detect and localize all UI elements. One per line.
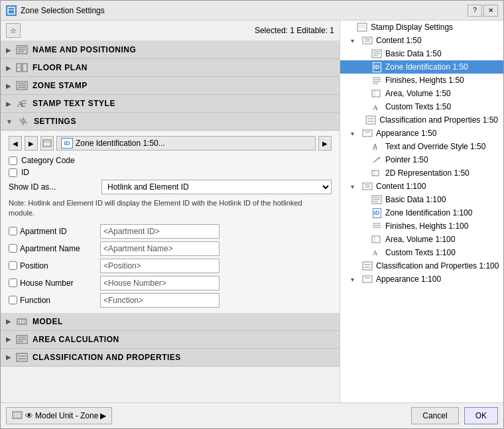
field-label-apt-name: Apartment Name bbox=[9, 244, 95, 253]
tree-area100-label: Area, Volume 1:100 bbox=[385, 235, 455, 244]
model-unit-button[interactable]: 👁 Model Unit - Zone ▶ bbox=[6, 407, 112, 424]
section-arrow-model bbox=[6, 318, 11, 325]
apt-name-label: Apartment Name bbox=[20, 244, 80, 253]
field-row-house-number: House Number bbox=[9, 276, 332, 290]
tree-finishes-icon bbox=[371, 75, 383, 86]
position-input[interactable] bbox=[100, 259, 220, 273]
show-id-label: Show ID as... bbox=[9, 182, 101, 192]
svg-rect-0 bbox=[8, 7, 15, 14]
section-icon-zone bbox=[15, 80, 29, 91]
tree-content-100[interactable]: ▾ Content 1:100 bbox=[340, 180, 503, 193]
category-code-label: Category Code bbox=[21, 156, 75, 165]
tree-content-100-icon bbox=[361, 181, 373, 192]
section-settings[interactable]: SETTINGS bbox=[1, 113, 340, 131]
tree-basic-100[interactable]: Basic Data 1:100 bbox=[340, 193, 503, 206]
section-floor-plan[interactable]: FLOOR PLAN bbox=[1, 59, 340, 77]
tree-finishes-150[interactable]: Finishes, Heights 1:50 bbox=[340, 74, 503, 87]
show-id-select[interactable]: Hotlink and Element ID Element ID Hotlin… bbox=[101, 180, 332, 194]
position-checkbox[interactable] bbox=[9, 261, 17, 270]
tree-root-label: Stamp Display Settings bbox=[371, 23, 453, 32]
tree-content: Stamp Display Settings ▾ Content 1:50 bbox=[340, 21, 503, 402]
stamp-expand-button[interactable]: ▶ bbox=[318, 136, 332, 151]
svg-rect-72 bbox=[372, 236, 380, 243]
window-icon bbox=[6, 5, 17, 16]
tree-content-150[interactable]: ▾ Content 1:50 bbox=[340, 34, 503, 47]
tree-basic-data-150[interactable]: Basic Data 1:50 bbox=[340, 47, 503, 60]
section-arrow-class bbox=[6, 353, 11, 361]
stamp-next-button[interactable]: ▶ bbox=[25, 136, 38, 151]
tree-area-icon bbox=[371, 88, 383, 99]
field-label-apt-id: Apartment ID bbox=[9, 227, 95, 236]
tree-appearance-100[interactable]: ▾ Appearance 1:100 bbox=[340, 273, 503, 286]
help-button[interactable]: ? bbox=[468, 5, 482, 17]
section-model[interactable]: MODEL bbox=[1, 313, 340, 331]
tree-2d-150[interactable]: 2D Representation 1:50 bbox=[340, 166, 503, 180]
tree-pointer-150[interactable]: Pointer 1:50 bbox=[340, 153, 503, 166]
tree-cust100-icon: A bbox=[371, 247, 383, 258]
field-row-apartment-id: Apartment ID bbox=[9, 224, 332, 239]
house-number-checkbox[interactable] bbox=[9, 278, 17, 287]
apt-name-checkbox[interactable] bbox=[9, 244, 17, 253]
tree-content-150-label: Content 1:50 bbox=[376, 36, 422, 45]
svg-rect-39 bbox=[363, 37, 372, 44]
tree-custom-100[interactable]: A Custom Texts 1:100 bbox=[340, 246, 503, 259]
tree-area-label: Area, Volume 1:50 bbox=[385, 89, 451, 98]
tree-custom-icon: A bbox=[371, 101, 383, 112]
svg-rect-78 bbox=[363, 276, 372, 282]
section-zone-stamp[interactable]: ZONE STAMP bbox=[1, 77, 340, 95]
stamp-edit-button[interactable] bbox=[40, 136, 54, 151]
function-input[interactable] bbox=[100, 293, 220, 308]
apt-id-checkbox[interactable] bbox=[9, 227, 17, 235]
section-icon-settings bbox=[17, 116, 30, 127]
category-code-row: Category Code bbox=[9, 156, 332, 165]
field-label-function: Function bbox=[9, 296, 95, 305]
close-button[interactable]: ✕ bbox=[483, 5, 498, 17]
svg-rect-60 bbox=[372, 170, 379, 176]
tree-content-150-expand: ▾ bbox=[351, 37, 360, 44]
house-number-input[interactable] bbox=[100, 276, 220, 290]
ok-button[interactable]: OK bbox=[464, 407, 498, 424]
field-label-house-number: House Number bbox=[9, 278, 95, 288]
tree-class-150[interactable]: Classification and Properties 1:50 bbox=[340, 113, 503, 127]
section-area-calc[interactable]: AREA CALCULATION bbox=[1, 331, 340, 349]
stamp-selector-row: ◀ ▶ ID Zone Identification 1:50... ▶ bbox=[9, 136, 332, 151]
tree-appearance-150[interactable]: ▾ Appearance 1:50 bbox=[340, 127, 503, 140]
id-checkbox[interactable] bbox=[9, 168, 17, 177]
cancel-button[interactable]: Cancel bbox=[411, 407, 458, 424]
section-arrow-name bbox=[6, 46, 11, 54]
tree-area-150[interactable]: Area, Volume 1:50 bbox=[340, 87, 503, 100]
section-label-floor: FLOOR PLAN bbox=[32, 63, 88, 72]
tree-finishes-100[interactable]: Finishes, Heights 1:100 bbox=[340, 219, 503, 233]
section-stamp-text[interactable]: A STAMP TEXT STYLE bbox=[1, 95, 340, 113]
section-icon-stamp-text: A bbox=[15, 98, 29, 109]
tree-custom-150[interactable]: A Custom Texts 1:50 bbox=[340, 100, 503, 113]
apt-id-input[interactable] bbox=[100, 224, 220, 239]
tree-area-100[interactable]: Area, Volume 1:100 bbox=[340, 233, 503, 246]
stamp-display-text: Zone Identification 1:50... bbox=[76, 139, 165, 148]
stamp-prev-button[interactable]: ◀ bbox=[9, 136, 22, 151]
tree-appearance-icon bbox=[361, 128, 373, 139]
tree-fin100-label: Finishes, Heights 1:100 bbox=[385, 221, 468, 231]
section-icon-name bbox=[15, 44, 29, 55]
section-icon-class bbox=[15, 352, 29, 363]
section-label-stamp-text: STAMP TEXT STYLE bbox=[32, 99, 115, 108]
tree-basic-100-icon bbox=[371, 194, 383, 205]
section-classification[interactable]: CLASSIFICATION AND PROPERTIES bbox=[1, 349, 340, 367]
svg-text:A: A bbox=[373, 103, 378, 111]
tree-text-override-150[interactable]: A Text and Override Style 1:50 bbox=[340, 140, 503, 153]
svg-text:A: A bbox=[373, 143, 377, 151]
tree-zone-id-150[interactable]: ID Zone Identification 1:50 bbox=[340, 60, 503, 74]
section-name-positioning[interactable]: NAME AND POSITIONING bbox=[1, 41, 340, 59]
tree-zone-id-100[interactable]: ID Zone Identification 1:100 bbox=[340, 206, 503, 219]
settings-panel: ◀ ▶ ID Zone Identification 1:50... ▶ Cat… bbox=[1, 131, 340, 313]
section-icon-floor bbox=[15, 62, 29, 73]
favorite-button[interactable]: ☆ bbox=[6, 23, 21, 38]
function-checkbox[interactable] bbox=[9, 296, 17, 304]
tree-class-100[interactable]: Classification and Properties 1:100 bbox=[340, 259, 503, 273]
tree-basic-100-label: Basic Data 1:100 bbox=[385, 195, 446, 204]
tree-2d-icon bbox=[371, 168, 383, 178]
apt-name-input[interactable] bbox=[100, 241, 220, 256]
tree-content-100-label: Content 1:100 bbox=[376, 182, 426, 191]
category-code-checkbox[interactable] bbox=[9, 156, 17, 165]
main-content: ☆ Selected: 1 Editable: 1 NAME AND POSIT… bbox=[1, 21, 503, 402]
